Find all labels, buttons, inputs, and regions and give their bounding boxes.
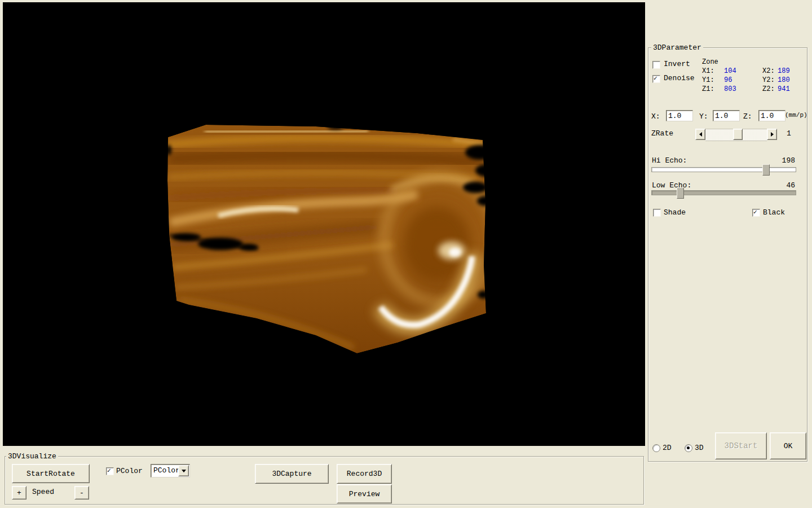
black-label: Black [763,208,785,217]
speed-plus-button[interactable]: + [12,486,27,500]
triangle-right-icon[interactable] [767,129,777,140]
3dstart-button[interactable]: 3DStart [715,432,767,459]
mode-3d-label: 3D [695,444,704,452]
zone-title: Zone [702,58,718,66]
mode-2d-radio[interactable] [652,444,660,452]
start-rotate-button[interactable]: StartRotate [12,464,90,483]
speed-minus-button[interactable]: - [74,486,89,500]
mode-3d-radio[interactable] [685,444,692,452]
check-icon [753,209,757,216]
check-icon [654,75,657,82]
volume-render[interactable] [3,2,645,446]
scale-z-label: Z: [743,112,752,121]
hi-echo-value: 198 [773,156,795,165]
low-echo-slider-track[interactable] [651,190,796,195]
record3d-button[interactable]: Record3D [337,464,392,484]
zrate-scrollbar-thumb[interactable] [733,129,743,140]
zrate-value: 1 [787,129,791,138]
zone-z2-value: 941 [778,85,790,93]
scale-x-input[interactable] [666,110,693,121]
mode-2d-label: 2D [663,444,672,452]
volume-body [166,110,645,369]
dot-icon [687,446,690,449]
denoise-checkbox[interactable] [652,75,660,83]
hi-echo-slider-thumb[interactable] [762,164,770,176]
3dcapture-button[interactable]: 3DCapture [255,464,329,484]
zone-z1-label: Z1: [702,85,714,93]
zrate-scrollbar[interactable] [695,129,777,140]
invert-label: Invert [664,60,690,68]
zone-x1-label: X1: [702,67,714,75]
check-icon [107,467,111,474]
triangle-left-icon[interactable] [695,129,705,140]
denoise-label: Denoise [664,74,695,82]
speed-label: Speed [32,488,54,496]
zone-z1-value: 803 [724,85,736,93]
scale-unit-label: (mm/p) [785,111,807,120]
group-3dparameter-title: 3DParameter [651,44,703,52]
zone-x2-label: X2: [762,67,775,75]
low-echo-label: Low Echo: [652,181,691,190]
invert-checkbox[interactable] [652,61,660,69]
render-viewport[interactable] [3,2,645,446]
ok-button[interactable]: OK [770,432,806,459]
scale-y-input[interactable] [713,110,740,121]
zone-x1-value: 104 [724,67,736,75]
zrate-label: ZRate [651,129,673,138]
pcolor-label: PColor [116,467,143,475]
hi-echo-label: Hi Echo: [652,156,687,165]
pcolor-checkbox[interactable] [106,467,114,475]
group-3dvisualize-title: 3DVisualize [6,453,58,461]
zone-z2-label: Z2: [762,85,775,93]
hi-echo-slider-track[interactable] [651,167,796,172]
shade-checkbox[interactable] [653,209,661,217]
scale-y-label: Y: [699,112,708,121]
zone-y1-value: 96 [724,76,732,84]
pcolor-dropdown-value: PColor [153,466,180,475]
pcolor-dropdown[interactable]: PColor [151,464,190,478]
low-echo-slider-thumb[interactable] [677,187,684,199]
scale-z-input[interactable] [758,110,785,121]
zone-y2-value: 180 [778,76,790,84]
chevron-down-icon[interactable] [178,465,189,476]
scale-x-label: X: [651,112,660,121]
low-echo-value: 46 [773,181,795,190]
app-window: 3DParameter Invert Denoise Zone X1: 104 … [0,0,812,508]
preview-button[interactable]: Preview [337,484,392,503]
zone-y1-label: Y1: [702,76,714,84]
shade-label: Shade [664,208,686,217]
black-checkbox[interactable] [752,209,760,217]
zone-x2-value: 189 [778,67,790,75]
zone-y2-label: Y2: [762,76,775,84]
